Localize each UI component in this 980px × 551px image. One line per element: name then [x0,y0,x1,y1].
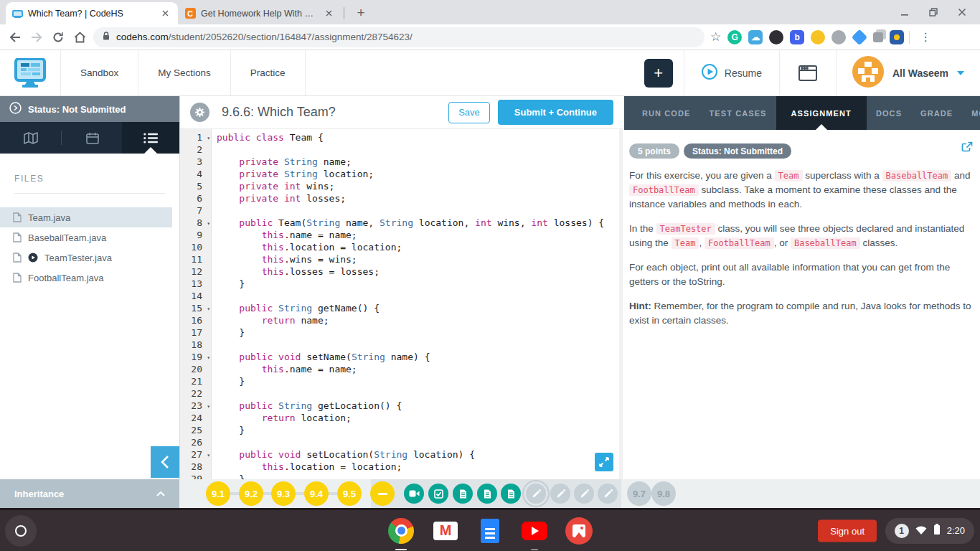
progress-bubble-lesson-done[interactable]: 9.1 [206,481,230,506]
sidebar-icon-tabs [0,122,179,154]
pencil-icon [556,489,565,499]
progress-bubble-lesson-todo[interactable]: 9.7 [627,481,651,506]
system-tray[interactable]: 1 2:20 [885,518,974,544]
tab-close-icon[interactable] [323,7,335,19]
monkey-extension-icon[interactable] [831,30,846,44]
panel-tab-docs[interactable]: DOCS [867,96,911,130]
create-new-button[interactable]: + [644,59,673,88]
window-restore-button[interactable] [924,3,943,22]
fold-caret-icon[interactable]: ▾ [207,132,210,144]
launcher-icon [15,525,27,537]
reload-button[interactable] [49,28,67,47]
window-minimize-button[interactable] [895,3,914,22]
progress-bubble-doc-done[interactable] [501,484,521,504]
home-button[interactable] [70,28,89,47]
browser-menu-button[interactable]: ⋮ [916,28,935,47]
run-file-icon [28,253,38,263]
fold-caret-icon[interactable]: ▾ [207,449,210,461]
browser-tab[interactable]: CGet Homework Help With Chegg [178,2,341,24]
panel-tab-grade[interactable]: GRADE [911,96,962,130]
code-line: this.name = name; [217,229,623,241]
grammarly-icon[interactable]: G [727,30,742,44]
progress-bubble-lesson-done[interactable]: 9.4 [304,481,329,506]
panel-tab-assignment[interactable]: ASSIGNMENT [776,96,867,130]
file-item[interactable]: FootballTeam.java [0,268,172,288]
assignment-description: For this exercise, you are given a Team … [629,169,971,328]
thumb-extension-icon[interactable] [811,30,825,44]
file-item[interactable]: BaseballTeam.java [0,227,172,248]
code-lines[interactable]: public class Team { private String name;… [212,129,623,479]
browser-toolbar: codehs.com/student/2052620/section/16484… [0,24,980,50]
progress-bubble-exercise-current[interactable] [526,484,546,504]
collapse-sidebar-button[interactable] [151,446,179,478]
nav-item-practice[interactable]: Practice [231,50,306,95]
line-number: 21 [180,375,211,387]
diamond-extension-icon[interactable] [852,29,868,45]
tab-map[interactable] [0,122,61,154]
progress-bubble-lesson-todo[interactable]: 9.8 [651,481,676,506]
tab-calendar[interactable] [62,122,123,154]
line-number: 12 [180,265,211,278]
window-close-button[interactable] [953,3,971,22]
user-menu[interactable]: All Waseem [837,56,980,90]
extensions-row: G☁b [727,30,904,44]
file-item[interactable]: TeamTester.java [0,248,172,268]
penguin-extension-icon[interactable] [769,30,783,44]
progress-bubble-exercise-todo[interactable] [550,484,570,504]
progress-bubble-video-done[interactable] [404,484,424,504]
open-external-icon[interactable] [961,141,973,156]
code-line: private int wins; [217,180,623,192]
codehs-logo[interactable] [0,50,61,95]
calendar-button[interactable] [780,65,836,81]
editor-scrollbar[interactable] [619,129,623,479]
submit-continue-button[interactable]: Submit + Continue [498,100,613,125]
expand-editor-button[interactable] [595,453,613,471]
progress-bubble-lesson-done[interactable]: 9.5 [337,481,362,506]
progress-bubble-lesson-done[interactable]: 9.3 [271,481,296,506]
file-item[interactable]: Team.java [0,207,172,227]
cloud-extension-icon[interactable]: ☁ [748,30,763,44]
bookmark-star-icon[interactable]: ☆ [710,29,721,44]
nav-item-sandbox[interactable]: Sandbox [61,50,138,95]
calendar-small-icon [86,132,99,144]
tabs-extension-icon[interactable] [873,32,883,42]
gallery-icon[interactable] [565,517,593,545]
back-button[interactable] [6,28,24,47]
resume-button[interactable]: Resume [684,64,779,82]
progress-bubble-lesson-done[interactable]: 9.2 [239,481,263,506]
chrome-icon[interactable] [387,517,415,545]
panel-tab-test-cases[interactable]: TEST CASES [699,96,776,130]
code-line: return location; [217,412,623,424]
fold-caret-icon[interactable]: ▾ [207,352,210,364]
nav-item-my-sections[interactable]: My Sections [138,50,231,95]
new-tab-button[interactable]: + [351,3,371,23]
panel-tab-run-code[interactable]: RUN CODE [633,96,699,130]
progress-bubble-collapse[interactable] [370,481,395,506]
launcher-button[interactable] [5,515,37,547]
line-number: 20 [180,363,211,375]
codehs-monitor-icon [14,58,47,88]
fold-caret-icon[interactable]: ▾ [207,217,210,230]
sign-out-button[interactable]: Sign out [818,519,877,542]
fold-caret-icon[interactable]: ▾ [207,400,210,413]
fold-caret-icon[interactable]: ▾ [207,303,210,315]
code-editor[interactable]: 1▾2345678▾9101112131415▾16171819▾2021222… [180,129,623,479]
gmail-icon[interactable]: M [432,517,459,545]
progress-bubble-doc-done[interactable] [477,484,497,504]
progress-bubble-doc-done[interactable] [453,484,473,504]
browser-tab[interactable]: Which Team? | CodeHS [6,2,178,24]
progress-bubble-quiz-done[interactable] [428,484,448,504]
tab-close-icon[interactable] [159,7,171,19]
address-bar[interactable]: codehs.com/student/2052620/section/16484… [93,27,705,47]
settings-gear-icon[interactable] [190,103,209,122]
module-header[interactable]: Inheritance [0,479,179,508]
panel-tab-more[interactable]: MORE [962,96,980,130]
progress-bubble-exercise-todo[interactable] [598,484,618,504]
bing-icon[interactable]: b [790,30,804,44]
lock-extension-icon[interactable] [890,30,904,44]
docs-icon[interactable] [476,517,504,545]
progress-bubble-exercise-todo[interactable] [574,484,594,504]
forward-button[interactable] [27,28,46,47]
youtube-icon[interactable] [521,517,548,545]
save-button[interactable]: Save [448,102,490,123]
